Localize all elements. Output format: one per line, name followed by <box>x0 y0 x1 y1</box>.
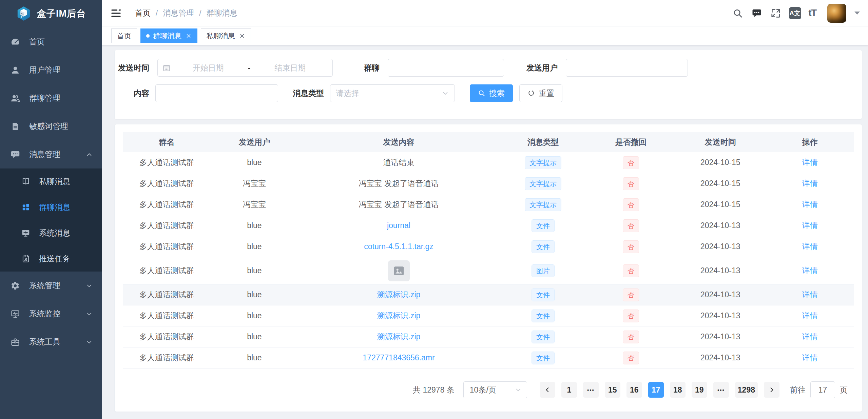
send-time-label: 发送时间 <box>118 63 149 73</box>
pager-page-button[interactable]: 19 <box>692 382 707 398</box>
cell-actions: 详情 <box>766 353 854 363</box>
fullscreen-icon[interactable] <box>770 7 782 19</box>
pager-prev-button[interactable] <box>540 382 555 398</box>
search-icon[interactable] <box>732 7 744 19</box>
pager-ellipsis[interactable]: ••• <box>583 382 599 398</box>
pager-page-button[interactable]: 18 <box>670 382 686 398</box>
sidebar-item-label: 系统工具 <box>29 337 60 347</box>
cell-send-date: 2024-10-13 <box>675 311 766 320</box>
message-type-placeholder: 请选择 <box>336 88 442 99</box>
recalled-badge: 否 <box>623 219 639 232</box>
detail-link[interactable]: 详情 <box>802 353 818 362</box>
avatar[interactable] <box>827 4 846 23</box>
sidebar-item-group-messages[interactable]: 群聊消息 <box>0 194 102 220</box>
file-link[interactable]: 1727771843656.amr <box>363 353 435 362</box>
sidebar-item-group-manage[interactable]: 群聊管理 <box>0 84 102 112</box>
pager-ellipsis[interactable]: ••• <box>713 382 729 398</box>
file-link[interactable]: 溯源标识.zip <box>377 332 421 341</box>
sidebar-fold-icon[interactable] <box>111 7 122 19</box>
detail-link[interactable]: 详情 <box>802 332 818 341</box>
column-header: 发送时间 <box>675 137 766 147</box>
content-input[interactable] <box>155 84 278 102</box>
tab-close-icon[interactable] <box>239 33 245 39</box>
pager-page-button[interactable]: 16 <box>626 382 642 398</box>
sidebar-item-home[interactable]: 首页 <box>0 28 102 56</box>
tab-close-icon[interactable] <box>186 33 192 39</box>
cell-recalled: 否 <box>587 352 675 364</box>
sidebar-item-system-monitor[interactable]: 系统监控 <box>0 300 102 328</box>
cell-recalled: 否 <box>587 198 675 211</box>
recalled-badge: 否 <box>623 310 639 322</box>
message-type-select[interactable]: 请选择 <box>330 84 455 102</box>
tab-private-messages[interactable]: 私聊消息 <box>201 28 251 43</box>
search-button[interactable]: 搜索 <box>470 84 513 102</box>
sender-input[interactable] <box>566 59 688 77</box>
detail-link[interactable]: 详情 <box>802 311 818 320</box>
file-link[interactable]: 溯源标识.zip <box>377 311 421 320</box>
pager-page-button[interactable]: 1 <box>561 382 577 398</box>
cell-sender: blue <box>211 158 298 167</box>
end-date-input[interactable] <box>252 63 328 73</box>
font-size-icon[interactable]: tT <box>809 8 816 18</box>
sidebar-item-sensitive-words[interactable]: 敏感词管理 <box>0 112 102 140</box>
breadcrumb-item[interactable]: 首页 <box>135 8 151 18</box>
file-link[interactable]: coturn-4.5.1.1.tar.gz <box>364 242 433 251</box>
page-size-select[interactable]: 10条/页 <box>463 381 527 398</box>
column-header: 操作 <box>766 137 854 147</box>
detail-link[interactable]: 详情 <box>802 242 818 251</box>
detail-link[interactable]: 详情 <box>802 179 818 188</box>
reset-button[interactable]: 重置 <box>519 84 562 102</box>
detail-link[interactable]: 详情 <box>802 158 818 167</box>
date-range-separator: - <box>246 63 253 73</box>
cell-send-date: 2024-10-13 <box>675 290 766 299</box>
chevron-down-icon <box>85 310 93 318</box>
image-thumbnail[interactable] <box>388 260 410 281</box>
date-range-input[interactable]: - <box>157 59 333 77</box>
sidebar: 盒子IM后台 首页用户管理群聊管理敏感词管理消息管理私聊消息群聊消息系统消息推送… <box>0 0 102 419</box>
goto-page-input[interactable] <box>810 381 835 398</box>
table-row: 多人通话测试群bluejournal文件否2024-10-13详情 <box>123 215 854 236</box>
cell-sender: blue <box>211 242 298 251</box>
monitor-chart-icon <box>10 309 20 319</box>
recalled-badge: 否 <box>623 288 639 301</box>
cell-send-date: 2024-10-13 <box>675 332 766 341</box>
group-input[interactable] <box>388 59 504 77</box>
cell-send-date: 2024-10-13 <box>675 242 766 251</box>
sidebar-item-push-tasks[interactable]: 推送任务 <box>0 246 102 272</box>
cell-recalled: 否 <box>587 219 675 232</box>
pager-page-button[interactable]: 17 <box>648 382 664 398</box>
file-link[interactable]: journal <box>387 221 410 230</box>
message-type-badge: 图片 <box>532 264 555 277</box>
pager-page-button[interactable]: 1298 <box>735 382 758 398</box>
sidebar-item-label: 首页 <box>29 37 45 47</box>
pager-page-button[interactable]: 15 <box>605 382 620 398</box>
app-title: 盒子IM后台 <box>37 7 86 20</box>
sidebar-item-message-manage[interactable]: 消息管理 <box>0 140 102 168</box>
avatar-caret-icon[interactable] <box>854 12 860 15</box>
pager: 1•••1516171819•••1298 <box>537 382 783 398</box>
detail-link[interactable]: 详情 <box>802 266 818 275</box>
tab-home[interactable]: 首页 <box>111 28 137 43</box>
sidebar-item-private-messages[interactable]: 私聊消息 <box>0 168 102 194</box>
translate-icon[interactable]: A文 <box>789 7 801 19</box>
file-link[interactable]: 溯源标识.zip <box>377 290 421 299</box>
tab-group-messages[interactable]: 群聊消息 <box>140 28 197 43</box>
cell-group-name: 多人通话测试群 <box>123 311 211 321</box>
sidebar-item-system-manage[interactable]: 系统管理 <box>0 272 102 300</box>
search-button-label: 搜索 <box>489 88 505 99</box>
sidebar-item-system-messages[interactable]: 系统消息 <box>0 220 102 246</box>
detail-link[interactable]: 详情 <box>802 290 818 299</box>
cell-content: 冯宝宝 发起了语音通话 <box>298 178 499 189</box>
start-date-input[interactable] <box>171 63 246 73</box>
cell-message-type: 文字提示 <box>499 177 587 190</box>
detail-link[interactable]: 详情 <box>802 221 818 230</box>
sidebar-item-user-manage[interactable]: 用户管理 <box>0 56 102 84</box>
sidebar-item-label: 系统管理 <box>29 280 60 291</box>
topbar-actions: A文 tT <box>732 4 860 23</box>
detail-link[interactable]: 详情 <box>802 200 818 209</box>
pager-next-button[interactable] <box>764 382 779 398</box>
sidebar-item-system-tools[interactable]: 系统工具 <box>0 328 102 356</box>
breadcrumb-item: 消息管理 <box>163 8 194 18</box>
table-row: 多人通话测试群blue图片否2024-10-13详情 <box>123 257 854 284</box>
message-bubble-icon[interactable] <box>751 7 763 19</box>
